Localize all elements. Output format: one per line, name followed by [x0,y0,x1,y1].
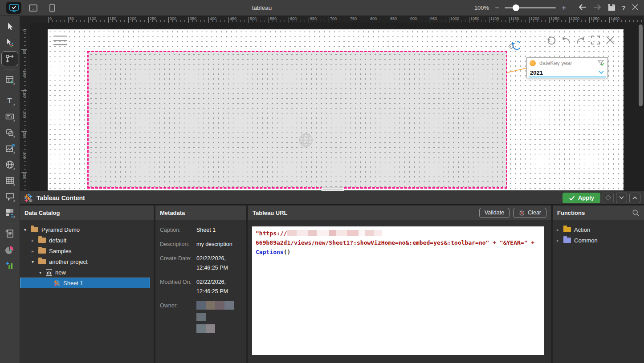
back-button[interactable] [578,4,587,12]
rotate-ccw-icon [546,35,557,45]
tree-item-another-project[interactable]: ▾another project [20,256,154,267]
tree-item-label: Sheet 1 [63,280,83,286]
visualization-tool[interactable] [1,72,18,87]
tree-item-new[interactable]: ▾new [20,267,154,278]
redo-button[interactable] [575,35,586,45]
close-canvas-button[interactable] [605,35,615,45]
dynamic-text-tool[interactable]: T [1,109,18,124]
validate-button[interactable]: Validate [479,208,509,218]
redacted-block [196,301,206,310]
metadata-label: Caption: [160,226,196,235]
grid-tool[interactable] [1,173,18,188]
tree-item-default[interactable]: ▸default [20,235,154,246]
tree-item-action[interactable]: ▸Action [553,224,644,235]
tableau-content-header: Tableau Content Apply [20,191,644,205]
h-ruler-label: 1400 [611,16,620,21]
lasso-select-tool[interactable] [1,35,18,50]
caret-closed-icon[interactable]: ▸ [32,238,38,243]
redacted-url-segment [336,230,347,236]
top-toolbar: tableau 100% − + ? [0,0,644,16]
filter-icon[interactable] [597,60,605,67]
clear-button[interactable]: Clear [513,208,546,218]
connection-anchor-icon[interactable] [530,60,536,66]
caret-closed-icon[interactable]: ▸ [32,249,38,254]
h-ruler-label: 250 [150,16,156,21]
tableau-filter-widget[interactable]: dateKey year 2021 [526,57,608,78]
tree-item-samples[interactable]: ▸Samples [20,246,154,256]
left-toolbar: TT [0,16,20,363]
tree-item-pyramid-demo[interactable]: ▾Pyramid Demo [20,224,154,235]
tree-item-label: Common [574,237,598,244]
zoom-slider[interactable] [505,7,556,8]
web-content-tool[interactable] [1,157,18,172]
vertical-scrollbar[interactable] [638,24,643,190]
workbook-icon [46,269,52,276]
redacted-url-segment [297,230,308,236]
callout-tool[interactable] [1,189,18,204]
layout-tool[interactable] [1,205,18,220]
desktop-view-button[interactable] [6,2,21,14]
h-ruler-label: 850 [390,16,397,21]
tree-item-sheet-1[interactable]: Sheet 1 [20,278,150,288]
diamond-button[interactable] [603,193,614,203]
filter-value: 2021 [530,69,598,76]
save-button[interactable] [607,3,616,13]
chevron-down-icon[interactable] [598,70,604,75]
reset-state-button[interactable] [507,39,520,52]
functions-header: Functions [553,206,644,220]
image-tool[interactable] [1,141,18,156]
caret-closed-icon[interactable]: ▸ [557,238,563,243]
quick-chart-tool[interactable] [1,258,18,273]
metadata-row: Create Date:02/22/2026, 12:46:25 PM [160,254,242,273]
caret-open-icon[interactable]: ▾ [32,259,38,264]
redacted-url-segment [374,230,382,236]
action-connector-tool[interactable] [1,51,18,66]
v-ruler-label: 250 [22,132,27,138]
canvas-action-icons [546,35,615,45]
reset-view-button[interactable] [546,35,557,45]
folder-icon [563,227,571,232]
url-code-editor[interactable]: "https://669b89a2d1/views/new/Sheet1?:sh… [252,226,544,355]
metadata-panel: Metadata Caption:Sheet 1Description:my d… [155,206,246,363]
apply-button[interactable]: Apply [562,193,600,203]
resize-handle[interactable] [321,187,344,191]
zoom-slider-thumb[interactable] [513,4,519,11]
tree-item-common[interactable]: ▸Common [553,235,644,246]
text-tool[interactable]: T [1,93,18,108]
tableau-logo-icon [24,193,33,202]
forward-button[interactable] [593,4,602,12]
tableau-content-panel: Tableau Content Apply Data Catalog ▾Pyra… [20,191,644,363]
metadata-label: Description: [160,240,196,249]
caret-closed-icon[interactable]: ▸ [557,227,563,232]
zoom-and-window-controls: 100% − + ? [474,3,639,13]
zoom-in-button[interactable]: + [562,4,566,12]
scrollbar-thumb[interactable] [639,24,643,106]
caret-open-icon[interactable]: ▾ [24,227,31,232]
canvas-menu-button[interactable] [53,36,67,45]
fullscreen-icon [590,35,601,45]
select-tool-icon [5,22,15,32]
fullscreen-button[interactable] [590,35,601,45]
bottom-panel-title: Tableau Content [37,194,85,202]
report-tool[interactable] [1,226,18,241]
select-tool[interactable] [1,19,18,34]
shape-tool[interactable] [1,125,18,140]
phone-view-button[interactable] [45,2,60,14]
folder-icon [31,227,38,232]
collapse-panel-button[interactable] [616,193,627,203]
tableau-widget-selection[interactable] [87,51,507,189]
caret-open-icon[interactable]: ▾ [39,270,46,275]
h-ruler-label: 1100 [490,16,499,21]
search-icon[interactable] [632,209,640,217]
check-icon [569,195,575,201]
redacted-block [206,324,215,333]
tablet-view-button[interactable] [25,2,41,14]
zoom-out-button[interactable]: − [495,4,499,12]
undo-button[interactable] [561,35,571,45]
tableau-sheet-icon [53,279,61,286]
expand-panel-button[interactable] [629,193,640,203]
close-window-button[interactable] [632,4,639,12]
help-button[interactable]: ? [622,4,626,11]
code-token: "https:// [256,230,287,237]
smart-visual-tool[interactable] [1,242,18,257]
